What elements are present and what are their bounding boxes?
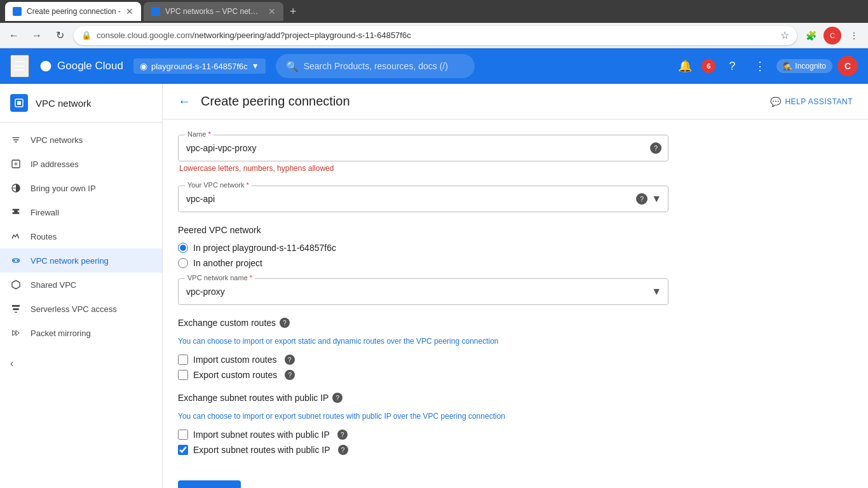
name-field-wrapper: Name ? [178, 135, 668, 161]
sidebar-item-shared-vpc[interactable]: Shared VPC [0, 273, 162, 297]
browser-actions: 🧩 C ⋮ [802, 27, 863, 44]
import-custom-routes-option[interactable]: Import custom routes ? [178, 355, 668, 365]
search-bar[interactable]: 🔍 Search Products, resources, docs (/) [276, 54, 475, 78]
name-label: Name [185, 130, 214, 138]
sidebar-item-packet-mirroring[interactable]: Packet mirroring [0, 321, 162, 345]
radio-in-project-input[interactable] [178, 243, 188, 253]
exchange-subnet-routes-info: You can choose to import or export subne… [178, 410, 668, 422]
logo-text: Google Cloud [57, 60, 123, 72]
import-subnet-routes-option[interactable]: Import subnet routes with public IP ? [178, 430, 668, 440]
sidebar-item-firewall[interactable]: Firewall [0, 200, 162, 224]
project-dropdown-icon: ▼ [252, 62, 259, 71]
reload-button[interactable]: ↻ [51, 27, 69, 44]
export-subnet-routes-option[interactable]: Export subnet routes with public IP ? [178, 445, 668, 455]
project-icon: ◉ [140, 61, 147, 71]
hamburger-menu-button[interactable]: ☰ [10, 55, 29, 78]
sidebar-item-label: Firewall [31, 208, 59, 217]
sidebar-item-bring-your-own-ip[interactable]: Bring your own IP [0, 176, 162, 200]
export-subnet-help-icon[interactable]: ? [338, 445, 348, 455]
serverless-vpc-icon [10, 303, 22, 315]
sidebar-nav: VPC networks IP addresses Bring your own… [0, 123, 162, 350]
hamburger-icon: ☰ [14, 59, 25, 73]
export-custom-routes-checkbox[interactable] [178, 370, 188, 380]
address-text: console.cloud.google.com/networking/peer… [97, 30, 775, 40]
sidebar-item-vpc-network-peering[interactable]: VPC network peering [0, 248, 162, 273]
export-subnet-routes-checkbox[interactable] [178, 445, 188, 455]
sidebar-item-label: Shared VPC [31, 280, 76, 290]
active-tab[interactable]: Create peering connection - ✕ [5, 2, 141, 21]
new-tab-button[interactable]: + [286, 5, 301, 18]
menu-button[interactable]: ⋮ [845, 27, 863, 44]
import-subnet-help-icon[interactable]: ? [337, 430, 348, 440]
extensions-button[interactable]: 🧩 [802, 27, 820, 44]
name-help-icon[interactable]: ? [650, 142, 661, 154]
export-custom-routes-help-icon[interactable]: ? [285, 370, 295, 380]
exchange-custom-routes-help-icon[interactable]: ? [280, 318, 290, 328]
inactive-tab-title: VPC networks – VPC network... [165, 7, 263, 16]
avatar[interactable]: C [837, 56, 858, 76]
address-bar[interactable]: 🔒 console.cloud.google.com/networking/pe… [74, 26, 797, 45]
help-assistant-label: HELP ASSISTANT [785, 97, 853, 106]
exchange-subnet-routes-title: Exchange subnet routes with public IP ? [178, 393, 668, 403]
exchange-subnet-routes-section: Exchange subnet routes with public IP ? … [178, 393, 668, 455]
peered-vpc-section: Peered VPC network In project playground… [178, 225, 668, 305]
back-nav-button[interactable]: ← [5, 27, 23, 44]
import-custom-routes-checkbox[interactable] [178, 355, 188, 365]
export-custom-routes-option[interactable]: Export custom routes ? [178, 370, 668, 380]
vpc-network-help-icon[interactable]: ? [636, 193, 648, 205]
header-actions: 🔔 6 ? ⋮ 🕵 Incognito C [674, 55, 858, 78]
notifications-button[interactable]: 🔔 [674, 55, 696, 78]
sidebar-item-label: VPC networks [31, 135, 83, 145]
import-custom-routes-label: Import custom routes [193, 355, 277, 365]
export-custom-routes-label: Export custom routes [193, 370, 277, 380]
more-options-button[interactable]: ⋮ [749, 55, 771, 78]
project-name: playground-s-11-64857f6c [151, 62, 248, 71]
profile-button[interactable]: C [824, 27, 841, 44]
exchange-custom-routes-section: Exchange custom routes ? You can choose … [178, 318, 668, 380]
app-header: ☰ Google Cloud ◉ playground-s-11-64857f6… [0, 48, 868, 84]
incognito-badge[interactable]: 🕵 Incognito [776, 59, 832, 73]
radio-in-project[interactable]: In project playground-s-11-64857f6c [178, 243, 668, 253]
collapse-sidebar-button[interactable]: ‹ [0, 350, 162, 377]
exchange-subnet-routes-checkboxes: Import subnet routes with public IP ? Ex… [178, 430, 668, 455]
sidebar-item-routes[interactable]: Routes [0, 224, 162, 248]
vpc-networks-icon [10, 134, 22, 146]
help-button[interactable]: ? [721, 55, 743, 78]
vpc-network-select[interactable]: vpc-api [179, 186, 668, 212]
project-selector[interactable]: ◉ playground-s-11-64857f6c ▼ [133, 58, 266, 74]
main-layout: VPC network VPC networks IP addresses Br… [0, 84, 868, 488]
name-input[interactable] [179, 135, 668, 161]
radio-another-project-input[interactable] [178, 258, 188, 268]
exchange-custom-routes-info: You can choose to import or export stati… [178, 336, 668, 347]
sidebar-logo [10, 94, 28, 112]
notifications-icon: 🔔 [678, 59, 692, 73]
google-cloud-logo[interactable]: Google Cloud [39, 60, 123, 72]
bookmark-icon[interactable]: ☆ [780, 29, 789, 41]
packet-mirroring-icon [10, 327, 22, 339]
notification-badge[interactable]: 6 [702, 59, 715, 73]
sidebar-item-label: VPC network peering [31, 256, 109, 266]
vpc-network-name-select[interactable]: vpc-proxy [179, 279, 668, 304]
import-custom-routes-help-icon[interactable]: ? [285, 355, 295, 365]
sidebar-item-serverless-vpc[interactable]: Serverless VPC access [0, 297, 162, 321]
back-button[interactable]: ← [178, 94, 191, 109]
vpc-network-name-field-wrapper: VPC network name vpc-proxy ▼ [178, 278, 668, 305]
import-subnet-routes-checkbox[interactable] [178, 430, 188, 440]
inactive-tab[interactable]: VPC networks – VPC network... ✕ [144, 2, 283, 21]
sidebar-item-vpc-networks[interactable]: VPC networks [0, 128, 162, 152]
tab-close-button-2[interactable]: ✕ [268, 6, 276, 17]
radio-another-project[interactable]: In another project [178, 258, 668, 268]
sidebar-item-ip-addresses[interactable]: IP addresses [0, 152, 162, 176]
sidebar-item-label: Serverless VPC access [31, 304, 117, 314]
forward-nav-button[interactable]: → [28, 27, 46, 44]
create-button[interactable]: CREATE [178, 480, 241, 488]
content-area: ← Create peering connection 💬 HELP ASSIS… [163, 84, 868, 488]
browser-chrome: Create peering connection - ✕ VPC networ… [0, 0, 868, 23]
exchange-subnet-routes-help-icon[interactable]: ? [332, 393, 342, 403]
firewall-icon [10, 207, 22, 218]
svg-point-4 [13, 260, 15, 262]
help-assistant-button[interactable]: 💬 HELP ASSISTANT [770, 97, 853, 107]
tab-close-button[interactable]: ✕ [126, 6, 133, 17]
cancel-button[interactable]: CANCEL [248, 480, 312, 488]
vpc-network-field-group: Your VPC network vpc-api ? ▼ [178, 186, 668, 212]
